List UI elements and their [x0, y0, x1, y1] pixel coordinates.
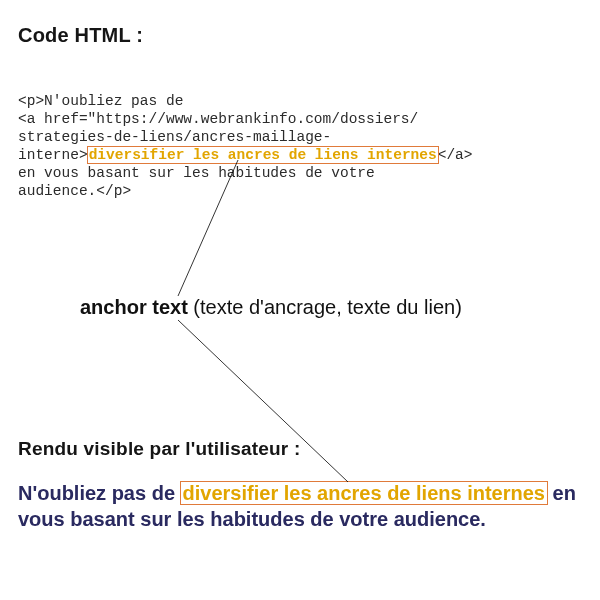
- heading-rendered: Rendu visible par l'utilisateur :: [18, 438, 578, 460]
- code-line-2: <a href="https://www.webrankinfo.com/dos…: [18, 111, 418, 127]
- figure-canvas: Code HTML : <p>N'oubliez pas de <a href=…: [0, 0, 600, 600]
- code-line-6: audience.</p>: [18, 183, 131, 199]
- anchor-text-label-rest: (texte d'ancrage, texte du lien): [188, 296, 462, 318]
- code-line-4-post: </a>: [438, 147, 473, 163]
- heading-code-html: Code HTML :: [18, 24, 578, 47]
- code-anchor-text-highlight: diversifier les ancres de liens internes: [88, 147, 438, 163]
- code-block: <p>N'oubliez pas de <a href="https://www…: [18, 92, 578, 200]
- anchor-text-label: anchor text (texte d'ancrage, texte du l…: [80, 296, 560, 319]
- rendered-anchor-link[interactable]: diversifier les ancres de liens internes: [181, 482, 547, 504]
- anchor-text-label-bold: anchor text: [80, 296, 188, 318]
- rendered-paragraph: N'oubliez pas de diversifier les ancres …: [18, 480, 578, 532]
- code-line-3: strategies-de-liens/ancres-maillage-: [18, 129, 331, 145]
- rendered-pre-text: N'oubliez pas de: [18, 482, 181, 504]
- code-line-4-pre: interne>: [18, 147, 88, 163]
- code-line-5: en vous basant sur les habitudes de votr…: [18, 165, 375, 181]
- code-line-1: <p>N'oubliez pas de: [18, 93, 183, 109]
